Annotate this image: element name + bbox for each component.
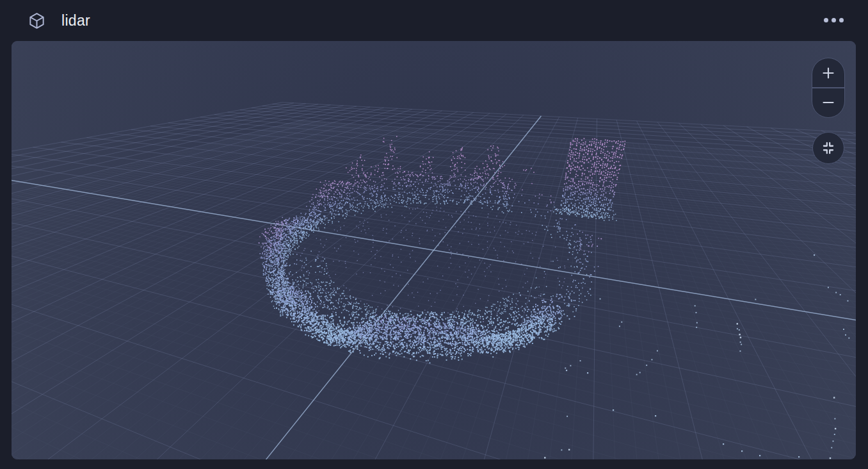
panel-header: lidar [0,0,868,41]
panel-title: lidar [61,12,90,29]
plus-icon [821,65,836,81]
viewport-3d[interactable] [12,41,856,459]
menu-button[interactable] [817,6,850,33]
zoom-out-button[interactable] [812,88,844,117]
app-root: { "header": { "title": "lidar", "icon": … [0,0,868,469]
zoom-controls [812,58,845,118]
fit-view-button[interactable] [812,132,844,164]
zoom-in-button[interactable] [812,58,844,87]
cube-icon [27,11,46,30]
fit-view-icon [820,140,837,156]
minus-icon [821,95,836,110]
pointcloud-canvas[interactable] [12,41,856,459]
ellipsis-icon [824,18,828,22]
